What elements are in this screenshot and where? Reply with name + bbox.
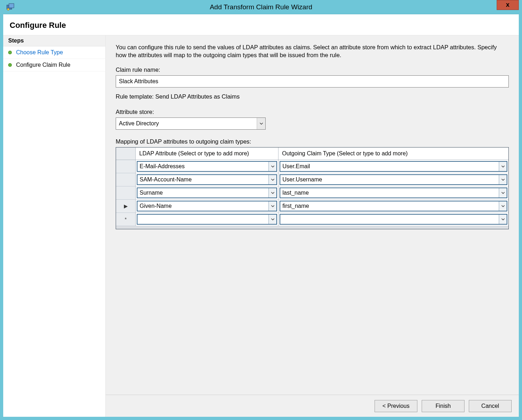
outgoing-claim-value: User.Email [280,163,499,170]
cell-ldap: Surname [136,186,278,199]
outgoing-claim-combo[interactable] [280,214,507,225]
grid-footer-strip [116,226,508,229]
ldap-attribute-combo[interactable]: SAM-Account-Name [137,174,277,185]
chevron-down-icon [268,201,276,211]
grid-row: SAM-Account-NameUser.Username [116,173,508,186]
mapping-grid: LDAP Attribute (Select or type to add mo… [116,147,509,229]
ldap-attribute-combo[interactable]: E-Mail-Addresses [137,161,277,172]
chevron-down-icon [499,188,507,198]
ldap-attribute-combo[interactable]: Given-Name [137,201,277,211]
cancel-button[interactable]: Cancel [469,400,512,412]
attribute-store-combo[interactable] [116,118,266,130]
ldap-attribute-combo[interactable]: Surname [137,188,277,198]
outgoing-claim-combo[interactable]: last_name [280,188,507,198]
outgoing-claim-value: first_name [280,203,499,209]
grid-header-row: LDAP Attribute (Select or type to add mo… [116,148,508,160]
cell-ldap: E-Mail-Addresses [136,160,278,173]
window-frame: Add Transform Claim Rule Wizard x Config… [0,0,522,420]
row-marker[interactable] [116,186,136,199]
step-bullet-icon [8,63,12,67]
content-area: Steps Choose Rule Type Configure Claim R… [3,35,519,417]
wizard-window: Add Transform Claim Rule Wizard x Config… [3,0,519,417]
rule-template-text: Rule template: Send LDAP Attributes as C… [116,93,509,100]
instructions-text: You can configure this rule to send the … [116,43,509,59]
row-marker[interactable]: ▶ [116,200,136,212]
row-marker[interactable]: * [116,213,136,226]
step-label: Choose Rule Type [16,49,63,56]
title-bar: Add Transform Claim Rule Wizard x [3,0,519,14]
chevron-down-icon [499,201,507,211]
cell-claim: User.Username [278,173,508,186]
chevron-down-icon [268,162,276,171]
ldap-attribute-value: E-Mail-Addresses [137,163,268,170]
cell-claim [278,213,508,226]
grid-corner [116,148,136,160]
grid-row: E-Mail-AddressesUser.Email [116,160,508,173]
grid-row: * [116,213,508,226]
outgoing-claim-value: last_name [280,190,499,196]
close-icon: x [506,1,510,8]
cell-claim: last_name [278,186,508,199]
row-marker[interactable] [116,160,136,173]
svg-point-2 [7,8,9,10]
claim-rule-name-label: Claim rule name: [116,66,509,73]
app-icon [6,3,15,11]
cell-ldap: Given-Name [136,200,278,212]
col-header-ldap: LDAP Attribute (Select or type to add mo… [136,148,278,160]
mapping-label: Mapping of LDAP attributes to outgoing c… [116,138,509,145]
chevron-down-icon [268,188,276,198]
cell-ldap: SAM-Account-Name [136,173,278,186]
chevron-down-icon [268,175,276,184]
outgoing-claim-value: User.Username [280,176,499,183]
outgoing-claim-combo[interactable]: User.Username [280,174,507,185]
main-content: You can configure this rule to send the … [106,35,519,395]
row-marker[interactable] [116,173,136,186]
chevron-down-icon [499,175,507,184]
button-bar: < Previous Finish Cancel [106,395,519,417]
chevron-down-icon [268,215,276,224]
steps-sidebar: Steps Choose Rule Type Configure Claim R… [3,35,106,417]
step-bullet-icon [8,51,12,54]
cell-claim: User.Email [278,160,508,173]
svg-rect-1 [9,4,14,8]
finish-button[interactable]: Finish [422,400,465,412]
attribute-store-value[interactable] [116,118,266,130]
claim-rule-name-input[interactable] [116,75,509,88]
cell-ldap [136,213,278,226]
grid-body: E-Mail-AddressesUser.EmailSAM-Account-Na… [116,160,508,226]
step-configure-claim-rule[interactable]: Configure Claim Rule [3,59,105,71]
outgoing-claim-combo[interactable]: first_name [280,201,507,211]
step-choose-rule-type[interactable]: Choose Rule Type [3,46,105,59]
page-heading: Configure Rule [3,14,519,35]
previous-button[interactable]: < Previous [375,400,417,412]
main-pane: You can configure this rule to send the … [106,35,519,417]
grid-row: ▶Given-Namefirst_name [116,200,508,213]
attribute-store-label: Attribute store: [116,109,509,115]
steps-header: Steps [3,35,105,46]
grid-row: Surnamelast_name [116,186,508,200]
chevron-down-icon [499,162,507,171]
window-title: Add Transform Claim Rule Wizard [210,3,312,11]
chevron-down-icon [499,215,507,224]
ldap-attribute-value: Surname [137,190,268,196]
window-body: Configure Rule Steps Choose Rule Type Co… [3,14,519,417]
step-label: Configure Claim Rule [16,62,70,68]
cell-claim: first_name [278,200,508,212]
close-button[interactable]: x [497,0,519,10]
ldap-attribute-value: SAM-Account-Name [137,176,268,183]
ldap-attribute-combo[interactable] [137,214,277,225]
ldap-attribute-value: Given-Name [137,203,268,209]
outgoing-claim-combo[interactable]: User.Email [280,161,507,172]
col-header-claim: Outgoing Claim Type (Select or type to a… [278,148,508,160]
